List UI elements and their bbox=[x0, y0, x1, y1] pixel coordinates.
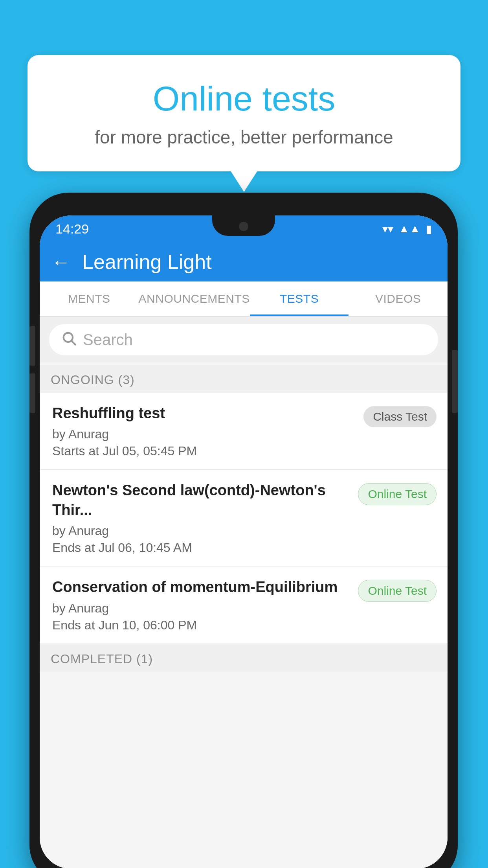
status-icons: ▾▾ ▲▲ ▮ bbox=[382, 223, 432, 235]
speech-bubble: Online tests for more practice, better p… bbox=[28, 55, 460, 171]
back-button[interactable]: ← bbox=[51, 251, 70, 273]
test-title-newton: Newton's Second law(contd)-Newton's Thir… bbox=[52, 481, 350, 520]
tabs-bar: MENTS ANNOUNCEMENTS TESTS VIDEOS bbox=[40, 281, 448, 317]
test-title-conservation: Conservation of momentum-Equilibrium bbox=[52, 577, 350, 597]
signal-icon: ▲▲ bbox=[399, 223, 420, 235]
completed-section-header: COMPLETED (1) bbox=[40, 644, 448, 672]
test-author-conservation: by Anurag bbox=[52, 601, 350, 616]
search-container: Search bbox=[40, 317, 448, 362]
app-bar: ← Learning Light bbox=[40, 242, 448, 281]
phone-screen: 14:29 ▾▾ ▲▲ ▮ ← Learning Light MENTS ANN… bbox=[40, 215, 448, 868]
test-author-reshuffling: by Anurag bbox=[52, 427, 356, 441]
tab-announcements[interactable]: ANNOUNCEMENTS bbox=[139, 281, 250, 316]
badge-class-test: Class Test bbox=[363, 406, 437, 427]
search-icon bbox=[61, 330, 77, 349]
search-bar[interactable]: Search bbox=[49, 324, 438, 355]
test-item-newton[interactable]: Newton's Second law(contd)-Newton's Thir… bbox=[40, 470, 448, 566]
notch bbox=[212, 215, 275, 236]
volume-down-button[interactable] bbox=[29, 373, 35, 413]
badge-online-test-newton: Online Test bbox=[358, 483, 437, 505]
power-button[interactable] bbox=[452, 350, 458, 413]
completed-label: COMPLETED (1) bbox=[51, 652, 153, 666]
wifi-icon: ▾▾ bbox=[382, 223, 393, 235]
status-time: 14:29 bbox=[55, 221, 89, 237]
ongoing-label: ONGOING (3) bbox=[51, 373, 135, 387]
badge-online-test-conservation: Online Test bbox=[358, 580, 437, 602]
phone-frame: 14:29 ▾▾ ▲▲ ▮ ← Learning Light MENTS ANN… bbox=[29, 193, 458, 868]
tab-videos[interactable]: VIDEOS bbox=[349, 281, 448, 316]
app-title: Learning Light bbox=[82, 250, 212, 274]
test-item-conservation[interactable]: Conservation of momentum-Equilibrium by … bbox=[40, 566, 448, 644]
test-item-reshuffling[interactable]: Reshuffling test by Anurag Starts at Jul… bbox=[40, 393, 448, 470]
test-title-reshuffling: Reshuffling test bbox=[52, 404, 356, 423]
battery-icon: ▮ bbox=[426, 223, 432, 235]
bubble-title: Online tests bbox=[59, 79, 429, 119]
svg-line-1 bbox=[72, 341, 75, 344]
tab-ments[interactable]: MENTS bbox=[40, 281, 139, 316]
content-area: ONGOING (3) Reshuffling test by Anurag S… bbox=[40, 365, 448, 868]
camera bbox=[239, 222, 248, 231]
test-info-reshuffling: Reshuffling test by Anurag Starts at Jul… bbox=[52, 404, 363, 458]
test-time-conservation: Ends at Jun 10, 06:00 PM bbox=[52, 618, 350, 633]
test-info-conservation: Conservation of momentum-Equilibrium by … bbox=[52, 577, 358, 632]
speech-bubble-container: Online tests for more practice, better p… bbox=[28, 55, 460, 171]
bubble-subtitle: for more practice, better performance bbox=[59, 127, 429, 148]
test-info-newton: Newton's Second law(contd)-Newton's Thir… bbox=[52, 481, 358, 555]
volume-up-button[interactable] bbox=[29, 326, 35, 366]
test-time-newton: Ends at Jul 06, 10:45 AM bbox=[52, 541, 350, 555]
test-author-newton: by Anurag bbox=[52, 524, 350, 538]
tab-tests[interactable]: TESTS bbox=[250, 281, 349, 316]
test-time-reshuffling: Starts at Jul 05, 05:45 PM bbox=[52, 444, 356, 458]
search-input[interactable]: Search bbox=[83, 331, 133, 349]
ongoing-section-header: ONGOING (3) bbox=[40, 365, 448, 393]
